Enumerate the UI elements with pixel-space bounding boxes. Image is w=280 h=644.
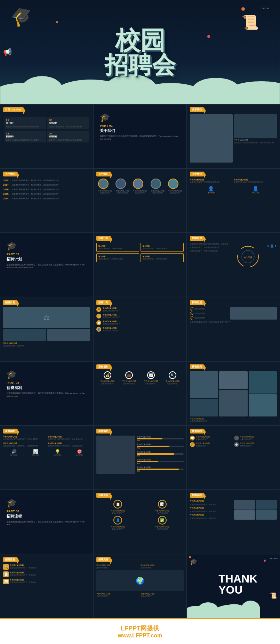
slide-flow: 招聘计划 ⚙ 平台式大输入问题 这里是说明文案内容了 🔧 平台式大输入问题 这里… <box>93 297 186 361</box>
ptp-1 <box>234 500 255 510</box>
il-content: 🔍 平台式大输入问题 这里是说明文案内容了，展示内容 📄 平台式大输入问题 这里… <box>3 564 90 584</box>
slide-2col: 薪资福利 平台式大输入问题 这里是内容文案了说明内容了，这里文案说明 平台式大输… <box>0 426 93 490</box>
timeline-2015: 2015 这里是文字内容年份了，我们的文案了，这里是内容说明文字 <box>3 193 90 195</box>
proc-box-4: 输入问题 这里文案内容了，说明文字这里 <box>141 253 183 262</box>
world-content: 平台式大输入问题 文案内容说明了 平台式大输入问题 文案内容说明了 🌍 平台式大… <box>96 564 183 597</box>
slide-photo-icons: 招聘计划 ✓ 文案内容说明 ✓ 文案内容说明 ✓ 文案内容说明 这里是说明文案内… <box>187 297 280 361</box>
world-map-visual: 🌍 <box>96 570 183 591</box>
slide-salary-icons: 薪资福利 💰 平台式大输入问题 文案说明内容了 💼 平台式大输入问题 文案说明内… <box>93 361 186 426</box>
people-banner: 关于我们 <box>96 172 110 176</box>
icons-grid-content: 💬 平台式大输入问题 文案内容说明了 🎵 平台式大输入问题 文案内容说明了 🎵 … <box>190 436 277 447</box>
col-item-1: 平台式大输入问题 这里是内容文案了说明内容了，这里文案说明 <box>3 436 46 440</box>
pbar-3: 平台式大输入问题 80% <box>137 451 183 457</box>
person-circles: 平台式大输入问题 文案内容说明 平台式大输入问题 文案内容说明 平台式大输入问题… <box>96 179 183 194</box>
flow-nodes-banner: 招聘流程 <box>96 493 110 498</box>
grad-hat-icon-2: 🎓 <box>7 241 17 251</box>
circular-banner: 招聘计划 <box>190 236 204 241</box>
slide-row-1: 目录 Contents 01 关于我们 我是关于的文案内容了以及我们的文案说明 … <box>0 104 280 168</box>
pg-4 <box>219 390 247 416</box>
il-item-2: 📄 平台式大输入问题 这里是说明文案内容了，展示内容 <box>3 571 90 577</box>
people-content: 平台式大输入问题 文案内容说明 平台式大输入问题 文案内容说明 平台式大输入问题… <box>96 179 183 194</box>
watermark: LFPPT网提供 www.LFPPT.com <box>0 618 280 644</box>
circular-left: 这里是关于招聘计划的文案内容说明了，内容这里 文案内容这里了，说明这里是内容文案… <box>190 243 233 272</box>
slide-people: 关于我们 平台式大输入问题 文案内容说明 平台式大输入问题 文案内容说明 平台式… <box>93 168 186 233</box>
person-5: 平台式大输入问题 文案内容说明 <box>168 179 182 194</box>
photo-groups-content <box>190 371 277 416</box>
wc-item-2: 平台式大输入问题 文案内容说明了 <box>141 564 183 569</box>
icons-grid-banner: 薪资福利 <box>190 429 204 434</box>
grad-hat-icon-4: 🎓 <box>7 498 17 508</box>
col-item-2: 平台式大输入问题 这里是内容文案了说明内容了，这里文案说明 <box>48 436 90 440</box>
infoboxes-content: 平台式大输入问题 这里是内容文案了内容说明这里是内容 平台式大输入问题 这里是内… <box>190 179 277 194</box>
photo-mini-2 <box>47 329 90 341</box>
ig-1: 💬 平台式大输入问题 文案内容说明了 <box>190 436 233 440</box>
photo-icons-content: ✓ 文案内容说明 ✓ 文案内容说明 ✓ 文案内容说明 <box>190 307 277 320</box>
timeline-content: 2018 这里是文字内容年份了，我们的文案了，这里是内容说明文字 2017 这里… <box>3 179 90 200</box>
wave-deco: 〜〜 <box>261 6 269 11</box>
infoboxes-top: 平台式大输入问题 这里是内容文案了内容说明这里是内容 平台式大输入问题 这里是内… <box>190 179 277 183</box>
photo-text-content: ⚖ 平台式大输入问题 这里是内容文案了说明内容 <box>3 307 90 347</box>
slide-infoboxes: 关于我们 平台式大输入问题 这里是内容文案了内容说明这里是内容 平台式大输入问题… <box>187 168 280 233</box>
infobox-1: 平台式大输入问题 这里是内容文案了内容说明这里是内容 <box>190 179 233 183</box>
scroll-icon: 📜 <box>241 14 259 31</box>
slide-photo-timeline: 招聘流程 平台式大输入问题 这里是说明文案内容了，展示这里 平台式大输入问题 这… <box>187 490 280 554</box>
slide-row-2: 关于我们 2018 这里是文字内容年份了，我们的文案了，这里是内容说明文字 20… <box>0 168 280 233</box>
progress-photo <box>96 436 135 474</box>
watermark-line1: LFPPT网提供 <box>7 624 273 633</box>
flow-row-3: 📋 平台式大输入问题 这里是说明文案内容了 <box>96 320 183 325</box>
flow-nodes-content: 📋 平台式大输入问题 文案内容说明了 📝 平台式大输入问题 文案内容说明了 👤 … <box>96 500 183 530</box>
dot-small <box>56 21 58 23</box>
thankyou-line2: YOU <box>218 584 257 595</box>
salary-icon-2: 💼 平台式大输入问题 文案说明内容了 <box>122 371 136 385</box>
ig-2: 🎵 平台式大输入问题 文案内容说明了 <box>234 436 277 440</box>
timeline-2014: 2014 这里是文字内容年份了，我们的文案了，这里是内容说明文字 <box>3 197 90 200</box>
process-grid: 输入问题 这里文案内容了，说明文字这里 输入问题 这里文案内容了，说明文字这里 … <box>96 243 183 262</box>
slide-about-photo: 关于我们 平台式大输入问题 这里是关于我们的文案说明内容，展示公司情况介绍。 <box>187 104 280 168</box>
process-banner: 招聘计划 <box>96 236 110 241</box>
icon-check-2: ✓ 文案内容说明 <box>190 312 229 315</box>
ptp-3 <box>234 510 255 520</box>
progress-content: 平台式大输入问题 55% 平台式大输入问题 70% 平台式大输入问题 80% 平… <box>96 436 183 474</box>
process-content: 输入问题 这里文案内容了，说明文字这里 输入问题 这里文案内容了，说明文字这里 … <box>96 243 183 262</box>
icon-person-1: 👤 输入问题 <box>208 186 215 194</box>
photo-groups-banner: 薪资福利 <box>190 364 204 369</box>
slide-icons-list: 招聘流程 🔍 平台式大输入问题 这里是说明文案内容了，展示内容 📄 平台式大输入… <box>0 554 93 618</box>
timeline-2017: 2017 这里是文字内容年份了，我们的文案了，这里是内容说明文字 <box>3 184 90 186</box>
toc-item-3: 03 薪资福利 我是关于的文案内容了以及我们的文案说明 <box>5 131 46 143</box>
wc-item-3: 平台式大输入问题 文案内容说明了 <box>96 593 139 597</box>
slide-progress: 薪资福利 平台式大输入问题 55% 平台式大输入问题 70% 平台式大输入问题 … <box>93 426 186 490</box>
photo-text-desc: 平台式大输入问题 这里是内容文案了说明内容 <box>3 342 90 347</box>
bottom-text: 这里是说明文案内容了，展示内容这里文案了说明了 <box>190 321 277 323</box>
timeline-banner: 关于我们 <box>3 172 17 176</box>
slide-timeline: 关于我们 2018 这里是文字内容年份了，我们的文案了，这里是内容说明文字 20… <box>0 168 93 233</box>
il-item-3: 📊 平台式大输入问题 这里是说明文案内容了，展示内容 <box>3 579 90 584</box>
salary-content: 💰 平台式大输入问题 文案说明内容了 💼 平台式大输入问题 文案说明内容了 📈 … <box>96 371 183 385</box>
wc-item-4: 平台式大输入问题 文案内容说明了 <box>141 593 183 597</box>
hero-title-main: 校园 <box>115 28 165 53</box>
about-text-block: 平台式大输入问题 这里是关于我们的文案说明内容，展示公司情况介绍。 <box>234 139 277 163</box>
icon-row-bottom: 👤 输入问题 👤 输入问题 <box>190 186 277 194</box>
thankyou-content: THANK YOU <box>218 573 257 595</box>
fn-1: 📋 平台式大输入问题 文案内容说明了 <box>96 500 139 514</box>
photo-icons-banner: 招聘计划 <box>190 300 204 305</box>
photo-right-top <box>234 114 277 138</box>
photo-mini-1 <box>3 329 46 341</box>
corner-deco: 〜〜 <box>270 556 278 562</box>
pg-text: 平台式大输入问题 这里是说明文案内容了 <box>190 418 277 422</box>
about-banner: 关于我们 <box>190 107 204 112</box>
speaker-icon: 📢 <box>3 48 12 56</box>
circular-content: 这里是关于招聘计划的文案内容说明了，内容这里 文案内容这里了，说明这里是内容文案… <box>190 243 277 272</box>
slide-part03: 🎓 PART 03 薪资福利 这里是薪资福利文案说明内容了，我们的文案需要在这里… <box>0 361 93 426</box>
salary-banner: 薪资福利 <box>96 364 110 369</box>
slide-process-boxes: 招聘计划 输入问题 这里文案内容了，说明文字这里 输入问题 这里文案内容了，说明… <box>93 233 186 297</box>
toc-grid: 01 关于我们 我是关于的文案内容了以及我们的文案说明 02 招聘计划 我是关于… <box>5 117 89 142</box>
slide-flow-nodes: 招聘流程 📋 平台式大输入问题 文案内容说明了 📝 平台式大输入问题 文案内容说… <box>93 490 186 554</box>
salary-icon-row: 💰 平台式大输入问题 文案说明内容了 💼 平台式大输入问题 文案说明内容了 📈 … <box>96 371 183 385</box>
pt-banner: 招聘流程 <box>190 493 204 498</box>
fn-4: ✅ 平台式大输入问题 文案内容说明了 <box>141 516 183 530</box>
person-1: 平台式大输入问题 文案内容说明 <box>98 179 112 194</box>
person-2: 平台式大输入问题 文案内容说明 <box>115 179 129 194</box>
proc-box-3: 输入问题 这里文案内容了，说明文字这里 <box>96 253 139 262</box>
pg-5 <box>249 371 277 394</box>
grad-hat-icon-3: 🎓 <box>7 370 17 379</box>
